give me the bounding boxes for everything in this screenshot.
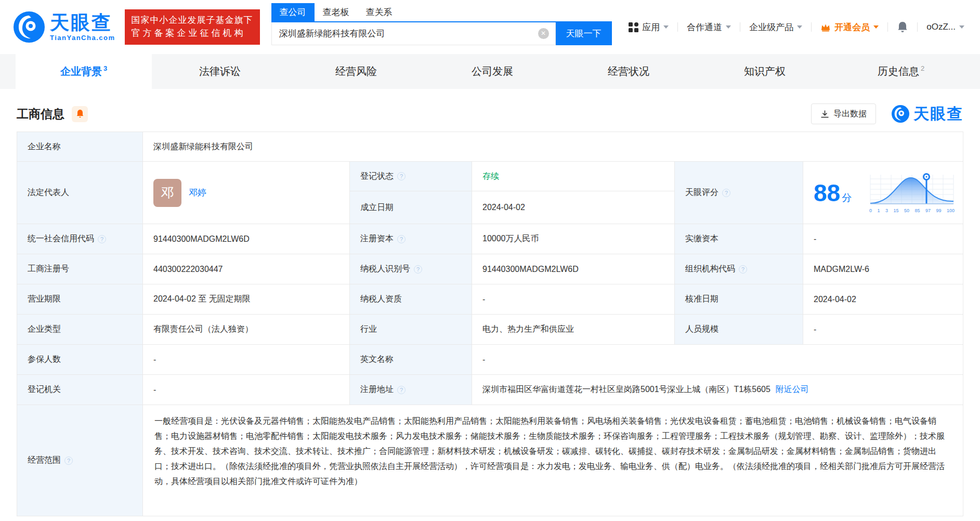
nav-enterprise-label: 企业级产品 <box>749 21 793 33</box>
chevron-down-icon <box>726 25 731 31</box>
crown-icon <box>820 22 831 32</box>
tab-intellectual-property[interactable]: 知识产权 <box>697 54 833 89</box>
apps-grid-icon <box>629 22 638 32</box>
insured-count-value: - <box>143 345 350 375</box>
label-text: 统一社会信用代码 <box>28 233 94 244</box>
help-icon[interactable]: ? <box>64 457 73 465</box>
reg-authority-label: 登记机关 <box>17 375 143 405</box>
header: 天眼查 TianYanCha.com 国家中小企业发展子基金旗下 官方备案企业征… <box>0 0 980 54</box>
score-label: 天眼评分? <box>675 162 803 224</box>
reg-status-value: 存续 <box>472 162 675 191</box>
help-icon[interactable]: ? <box>397 386 406 394</box>
taxpayer-id-value: 91440300MADGM2LW6D <box>472 254 675 284</box>
search-tab-company[interactable]: 查公司 <box>271 3 315 21</box>
paid-capital-value: - <box>803 224 963 254</box>
divider <box>811 22 812 32</box>
staff-size-label: 人员规模 <box>675 315 803 345</box>
page: 天眼查 TianYanCha.com 国家中小企业发展子基金旗下 官方备案企业征… <box>0 0 980 521</box>
search-tab-boss[interactable]: 查老板 <box>315 3 358 21</box>
legal-rep-label: 法定代表人 <box>17 162 143 224</box>
tab-company-background[interactable]: 企业背景3 <box>16 54 152 89</box>
label-text: 经营范围 <box>28 455 61 466</box>
nav-enterprise[interactable]: 企业级产品 <box>749 21 802 33</box>
chevron-down-icon <box>873 25 879 31</box>
tab-label: 历史信息 <box>878 64 919 79</box>
nav-user[interactable]: oOzZ... <box>926 22 964 32</box>
watermark-logo-icon <box>892 105 909 123</box>
chevron-down-icon <box>797 25 802 31</box>
staff-size-value: - <box>803 315 963 345</box>
watermark-text: 天眼查 <box>913 103 963 125</box>
tianyancha-logo-icon <box>14 11 45 43</box>
help-icon[interactable]: ? <box>397 235 406 243</box>
search-input[interactable] <box>272 22 555 45</box>
reg-authority-value: - <box>143 375 350 405</box>
business-term-value: 2024-04-02 至 无固定期限 <box>143 284 350 315</box>
tab-company-development[interactable]: 公司发展 <box>424 54 560 89</box>
business-info-table: 企业名称 深圳盛新绿能科技有限公司 法定代表人 邓 邓婷 登记状态? 存续 成立… <box>17 132 963 516</box>
score-big: 88 <box>814 179 840 206</box>
tab-history-info[interactable]: 历史信息2 <box>833 54 969 89</box>
nearby-companies-link[interactable]: 附近公司 <box>776 384 809 395</box>
search-box: ✕ <box>271 22 556 45</box>
reg-capital-label: 注册资本? <box>350 224 472 254</box>
tab-label: 法律诉讼 <box>199 64 241 79</box>
help-icon[interactable]: ? <box>739 265 747 273</box>
score-axis-labels: 0131550859799100 <box>868 208 956 213</box>
status-badge: 存续 <box>482 171 499 182</box>
legal-rep-link[interactable]: 邓婷 <box>189 187 206 199</box>
tab-label: 经营风险 <box>335 64 377 79</box>
content: 工商信息 导出数据 <box>0 102 980 516</box>
score-value: 88分 <box>803 162 963 224</box>
tianyancha-logo[interactable]: 天眼查 TianYanCha.com <box>14 11 115 43</box>
tab-label: 企业背景 <box>60 64 102 79</box>
address-text: 深圳市福田区华富街道莲花一村社区皇岗路5001号深业上城（南区）T1栋5605 <box>482 384 770 395</box>
nav-apps[interactable]: 应用 <box>629 21 669 33</box>
help-icon[interactable]: ? <box>722 189 730 197</box>
legal-rep-avatar[interactable]: 邓 <box>153 179 181 207</box>
help-icon[interactable]: ? <box>414 265 422 273</box>
establish-date-value: 2024-04-02 <box>472 191 675 224</box>
approve-date-label: 核准日期 <box>675 284 803 315</box>
industry-label: 行业 <box>350 315 472 345</box>
company-name-value: 深圳盛新绿能科技有限公司 <box>143 132 963 162</box>
chevron-down-icon <box>959 25 964 31</box>
taxpayer-qual-label: 纳税人资质 <box>350 284 472 315</box>
taxpayer-qual-value: - <box>472 284 675 315</box>
search-button[interactable]: 天眼一下 <box>556 22 612 45</box>
help-icon[interactable]: ? <box>98 235 106 243</box>
subscribe-bell-icon[interactable] <box>72 106 88 122</box>
label-text: 注册地址 <box>360 384 394 395</box>
credit-code-label: 统一社会信用代码? <box>17 224 143 254</box>
nav-vip[interactable]: 开通会员 <box>820 21 879 33</box>
label-text: 纳税人识别号 <box>360 264 410 275</box>
tab-operation-status[interactable]: 经营状况 <box>560 54 697 89</box>
help-icon[interactable]: ? <box>397 172 406 180</box>
paid-capital-label: 实缴资本 <box>675 224 803 254</box>
nav-user-label: oOzZ... <box>926 22 956 32</box>
english-name-value: - <box>472 345 963 375</box>
search-tabs: 查公司 查老板 查关系 <box>271 4 612 21</box>
search-tab-relation[interactable]: 查关系 <box>358 3 401 21</box>
org-code-value: MADGM2LW-6 <box>803 254 963 284</box>
label-text: 注册资本 <box>360 233 394 244</box>
nav-apps-label: 应用 <box>642 21 660 33</box>
notification-bell-icon[interactable] <box>897 21 908 33</box>
section-header: 工商信息 导出数据 <box>17 102 963 125</box>
taxpayer-id-label: 纳税人识别号? <box>350 254 472 284</box>
tab-label: 公司发展 <box>472 64 513 79</box>
reg-no-value: 440300222030447 <box>143 254 350 284</box>
download-icon <box>820 110 829 119</box>
tab-legal-litigation[interactable]: 法律诉讼 <box>152 54 288 89</box>
nav-coop[interactable]: 合作通道 <box>687 21 731 33</box>
gov-badge-line1: 国家中小企业发展子基金旗下 <box>132 14 253 27</box>
tab-operation-risk[interactable]: 经营风险 <box>288 54 424 89</box>
export-data-button[interactable]: 导出数据 <box>811 103 876 124</box>
divider <box>677 22 678 32</box>
business-term-label: 营业期限 <box>17 284 143 315</box>
divider <box>887 22 888 32</box>
clear-search-icon[interactable]: ✕ <box>538 28 549 39</box>
company-type-label: 企业类型 <box>17 315 143 345</box>
logo-text: 天眼查 TianYanCha.com <box>50 13 115 41</box>
org-code-label: 组织机构代码? <box>675 254 803 284</box>
